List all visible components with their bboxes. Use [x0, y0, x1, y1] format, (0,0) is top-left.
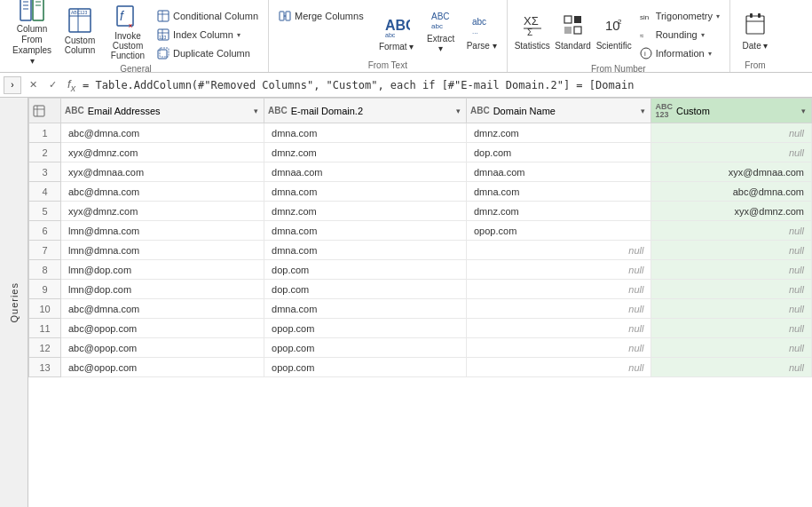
main-area: Queries	[0, 98, 812, 507]
svg-text:abc: abc	[431, 22, 443, 30]
formula-bar-expand-button[interactable]: ›	[4, 76, 21, 94]
email-cell: lmn@dop.com	[61, 280, 264, 299]
statistics-label: Statistics	[515, 41, 550, 51]
table-grid-icon	[33, 105, 45, 117]
table-row: 2xyx@dmnz.comdmnz.comdop.comnull	[29, 143, 812, 162]
statistics-button[interactable]: XΣ Σ Statistics	[513, 4, 552, 55]
rounding-button[interactable]: ≈ Rounding ▾	[635, 26, 724, 44]
row-number-cell: 3	[29, 162, 61, 182]
custom-filter-button[interactable]: ▾	[800, 106, 808, 116]
index-column-button[interactable]: 123 Index Column ▾	[153, 26, 263, 44]
date-button[interactable]: Date ▾	[736, 4, 775, 55]
table-area[interactable]: ABC Email Addresses ▾ ABC E-mail Domain.…	[28, 98, 812, 507]
rounding-label: Rounding	[656, 29, 698, 40]
data-table: ABC Email Addresses ▾ ABC E-mail Domain.…	[28, 98, 812, 377]
email-cell: xyx@dmnz.com	[61, 143, 264, 162]
formula-bar-fx-label: fx	[64, 77, 79, 93]
svg-rect-38	[564, 27, 572, 34]
table-row: 8lmn@dop.comdop.comnullnull	[29, 260, 812, 280]
information-label: Information	[656, 48, 705, 59]
row-num-header	[29, 99, 61, 123]
email-domain-2-filter-button[interactable]: ▾	[454, 106, 462, 116]
ribbon-group-from-number: XΣ Σ Statistics Standard	[508, 0, 730, 72]
rounding-dropdown-arrow: ▾	[701, 31, 705, 39]
conditional-column-label: Conditional Column	[173, 11, 258, 21]
duplicate-column-label: Duplicate Column	[173, 48, 250, 59]
table-row: 13abc@opop.comopop.comnullnull	[29, 358, 812, 377]
formula-bar-accept-button[interactable]: ✓	[44, 77, 60, 93]
invoke-custom-function-icon: f x	[114, 3, 142, 29]
svg-text:sin: sin	[640, 13, 649, 21]
parse-button[interactable]: abc ... Parse ▾	[462, 4, 501, 55]
table-row: 6lmn@dmna.comdmna.comopop.comnull	[29, 221, 812, 241]
ribbon-small-group-merge: Merge Columns	[274, 4, 368, 25]
domain-name-cell: dop.com	[466, 143, 651, 162]
information-button[interactable]: i Information ▾	[635, 44, 724, 62]
domain-name-cell: dmnaa.com	[466, 162, 651, 182]
svg-text:XΣ: XΣ	[524, 14, 539, 28]
trigonometry-label: Trigonometry	[656, 11, 713, 21]
email-cell: xyx@dmnaa.com	[61, 162, 264, 182]
custom-cell: null	[651, 280, 812, 299]
custom-column-button[interactable]: ABC 123 CustomColumn	[57, 4, 103, 57]
custom-cell: null	[651, 260, 812, 280]
domain2-cell: dmna.com	[264, 182, 467, 202]
svg-rect-37	[574, 16, 581, 23]
svg-text:f: f	[120, 9, 125, 23]
formula-bar-input[interactable]	[83, 79, 808, 91]
email-cell: abc@dmna.com	[61, 182, 264, 202]
domain2-cell: dmnz.com	[264, 202, 467, 221]
domain-name-cell: opop.com	[466, 221, 651, 241]
svg-rect-15	[158, 11, 169, 21]
from-date-group-label: From	[745, 59, 765, 70]
email-cell: abc@opop.com	[61, 319, 264, 338]
merge-columns-button[interactable]: Merge Columns	[274, 7, 368, 25]
ribbon-small-group-number: sin Trigonometry ▾ ≈ Rounding ▾ i Inform…	[635, 4, 724, 62]
custom-cell: null	[651, 358, 812, 377]
domain-name-cell: null	[466, 358, 651, 377]
email-addresses-col-label: Email Addresses	[88, 106, 161, 116]
custom-cell: null	[651, 319, 812, 338]
scientific-button[interactable]: 10 2 Scientific	[595, 4, 634, 55]
email-domain-2-header: ABC E-mail Domain.2 ▾	[264, 99, 467, 123]
table-row: 11abc@opop.comopop.comnullnull	[29, 319, 812, 338]
row-number-cell: 2	[29, 143, 61, 162]
parse-label: Parse ▾	[467, 41, 497, 51]
row-number-cell: 7	[29, 241, 61, 260]
svg-text:ABC: ABC	[385, 18, 410, 33]
email-addresses-filter-button[interactable]: ▾	[252, 106, 260, 116]
row-number-cell: 5	[29, 202, 61, 221]
email-cell: xyx@dmnz.com	[61, 202, 264, 221]
domain2-cell: dop.com	[264, 260, 467, 280]
index-column-label: Index Column	[173, 29, 233, 40]
extract-button[interactable]: ABC abc Extract ▾	[422, 4, 461, 55]
format-button[interactable]: ABC abc Format ▾	[374, 4, 420, 57]
domain-name-type-badge: ABC	[470, 106, 490, 115]
duplicate-column-button[interactable]: Duplicate Column	[153, 44, 263, 62]
domain2-cell: dmna.com	[264, 123, 467, 143]
ribbon-small-group-general: Conditional Column 123 Index Column ▾ Du…	[153, 4, 263, 62]
column-from-examples-label: Column FromExamples ▾	[12, 24, 52, 67]
column-from-examples-button[interactable]: Column FromExamples ▾	[9, 4, 55, 57]
formula-bar-cancel-button[interactable]: ✕	[25, 77, 41, 93]
table-body: 1abc@dmna.comdmna.comdmnz.comnull2xyx@dm…	[29, 123, 812, 377]
custom-cell: null	[651, 241, 812, 260]
index-column-dropdown-arrow: ▾	[237, 31, 240, 39]
conditional-column-button[interactable]: Conditional Column	[153, 7, 263, 25]
ribbon: Column FromExamples ▾ ABC 123 CustomColu…	[0, 0, 812, 73]
formula-bar: › ✕ ✓ fx	[0, 73, 812, 98]
domain-name-filter-button[interactable]: ▾	[639, 106, 647, 116]
email-cell: lmn@dmna.com	[61, 221, 264, 241]
standard-button[interactable]: Standard	[554, 4, 593, 55]
row-number-cell: 6	[29, 221, 61, 241]
custom-cell: null	[651, 221, 812, 241]
domain2-cell: dmna.com	[264, 241, 467, 260]
custom-cell: xyx@dmnz.com	[651, 202, 812, 221]
trigonometry-button[interactable]: sin Trigonometry ▾	[635, 7, 724, 25]
domain2-cell: opop.com	[264, 338, 467, 358]
svg-rect-48	[750, 13, 753, 18]
invoke-custom-function-button[interactable]: f x Invoke Custom Function	[105, 4, 151, 57]
svg-rect-50	[34, 106, 44, 116]
table-row: 12abc@opop.comopop.comnullnull	[29, 338, 812, 358]
domain-name-cell: null	[466, 338, 651, 358]
